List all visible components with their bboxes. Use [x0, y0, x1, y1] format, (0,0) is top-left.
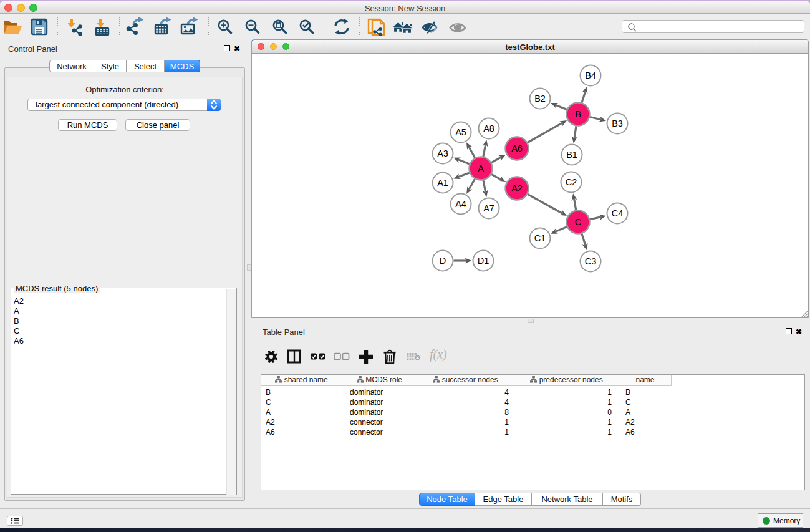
svg-text:A6: A6: [511, 143, 523, 153]
svg-text:C: C: [575, 217, 581, 227]
svg-text:B3: B3: [612, 118, 623, 128]
svg-text:B4: B4: [585, 70, 596, 80]
svg-text:A3: A3: [437, 148, 448, 158]
svg-text:A7: A7: [483, 203, 494, 213]
svg-text:B1: B1: [566, 150, 577, 160]
svg-text:A1: A1: [437, 178, 448, 188]
svg-text:C1: C1: [534, 233, 546, 243]
svg-text:B: B: [575, 109, 581, 119]
svg-text:C4: C4: [612, 208, 624, 218]
svg-text:A2: A2: [511, 183, 523, 193]
svg-text:D1: D1: [478, 256, 489, 266]
svg-text:A: A: [478, 163, 484, 173]
svg-text:C2: C2: [566, 177, 577, 187]
svg-text:B2: B2: [534, 94, 546, 104]
svg-text:C3: C3: [585, 256, 597, 266]
svg-text:D: D: [440, 256, 446, 266]
svg-text:A8: A8: [483, 123, 494, 133]
svg-text:A5: A5: [455, 127, 466, 137]
svg-text:A4: A4: [455, 199, 466, 209]
